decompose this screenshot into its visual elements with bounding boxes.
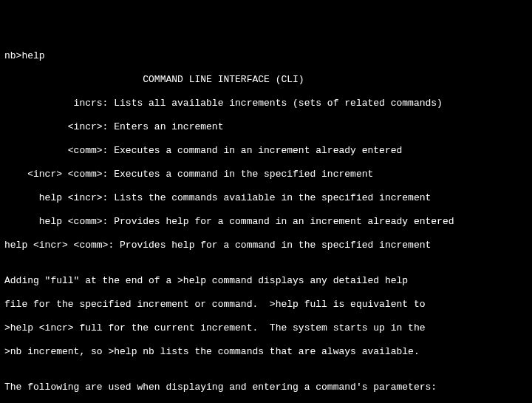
help-para: file for the specified increment or comm… [4,299,528,311]
cmd-line: help <incr> <comm>: Provides help for a … [4,240,528,251]
help-para: >help <incr> full for the current increm… [4,322,528,334]
cmd-line: <incr> <comm>: Executes a command in the… [4,169,528,180]
cmd-line: incrs: Lists all available increments (s… [4,98,528,109]
help-para: Adding "full" at the end of a >help comm… [4,275,528,287]
help-para: >nb increment, so >help nb lists the com… [4,346,528,358]
prompt-line[interactable]: nb>help [4,50,528,62]
params-intro: The following are used when displaying a… [4,382,528,393]
cmd-line: <incr>: Enters an increment [4,121,528,133]
cmd-line: help <incr>: Lists the commands availabl… [4,192,528,204]
cmd-line: <comm>: Executes a command in an increme… [4,145,528,157]
cli-title: COMMAND LINE INTERFACE (CLI) [4,74,528,86]
cmd-line: help <comm>: Provides help for a command… [4,216,528,228]
